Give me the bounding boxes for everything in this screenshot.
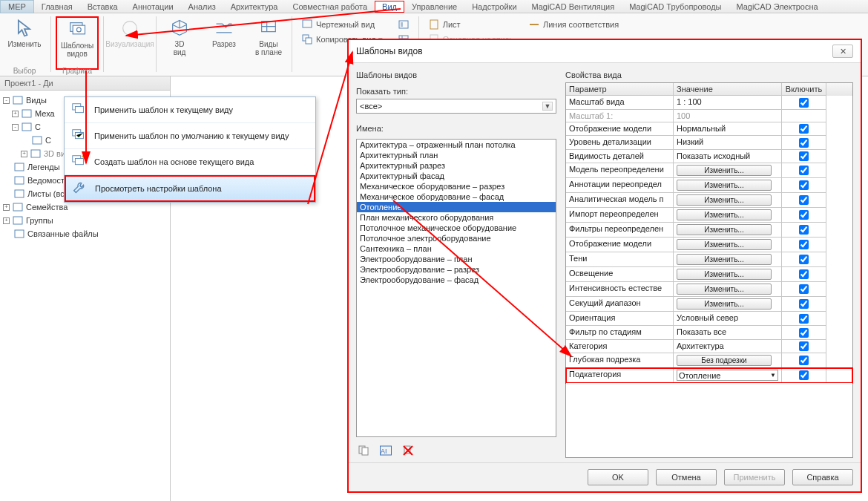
- sheet-button[interactable]: Лист: [425, 18, 516, 31]
- list-item[interactable]: Потолочное электрооборудование: [357, 233, 556, 243]
- include-cell[interactable]: [782, 282, 826, 297]
- list-item[interactable]: Отопление: [357, 202, 556, 212]
- list-item[interactable]: Архитектурный план: [357, 150, 556, 160]
- list-item[interactable]: Электрооборудование – фасад: [357, 275, 556, 285]
- cancel-button[interactable]: Отмена: [656, 469, 717, 485]
- value-cell[interactable]: Без подрезки: [674, 353, 782, 368]
- menu-mep[interactable]: МЕР: [0, 0, 34, 13]
- value-cell[interactable]: 1 : 100: [674, 96, 782, 110]
- type-filter-combo[interactable]: <все>▼: [356, 99, 556, 114]
- include-cell[interactable]: [782, 326, 826, 340]
- 3d-view-button[interactable]: 3D вид: [158, 16, 201, 67]
- include-cell[interactable]: [782, 238, 826, 252]
- include-cell[interactable]: [782, 340, 826, 354]
- include-cell[interactable]: [782, 223, 826, 238]
- col-header-param[interactable]: Параметр: [566, 83, 674, 96]
- create-template-item[interactable]: Создать шаблон на основе текущего вида: [65, 149, 315, 175]
- value-cell[interactable]: 100: [674, 110, 782, 122]
- include-cell[interactable]: [782, 122, 826, 137]
- value-cell[interactable]: Низкий: [674, 136, 782, 150]
- include-cell[interactable]: [782, 368, 826, 383]
- show-type-label: Показать тип:: [356, 87, 556, 96]
- list-item[interactable]: Архитектура – отраженный план потолка: [357, 140, 556, 150]
- ok-button[interactable]: OK: [588, 469, 648, 485]
- value-cell[interactable]: Показать исходный: [674, 150, 782, 164]
- menu-item[interactable]: MagiCAD Вентиляция: [525, 1, 622, 13]
- value-cell[interactable]: Изменить...: [674, 297, 782, 312]
- duplicate-button[interactable]: [356, 443, 371, 458]
- value-cell[interactable]: Изменить...: [674, 163, 782, 178]
- include-cell[interactable]: [782, 136, 826, 150]
- include-cell[interactable]: [782, 353, 826, 368]
- tree-node[interactable]: +Группы: [3, 214, 167, 227]
- list-item[interactable]: Электрооборудование – план: [357, 254, 556, 264]
- list-item[interactable]: Механическое оборудование – разрез: [357, 181, 556, 191]
- include-cell[interactable]: [782, 297, 826, 312]
- menu-item[interactable]: Архитектура: [223, 1, 286, 13]
- menu-item[interactable]: Главная: [34, 1, 80, 13]
- template-list[interactable]: Архитектура – отраженный план потолкаАрх…: [356, 139, 556, 437]
- include-cell[interactable]: [782, 178, 826, 193]
- value-cell[interactable]: Изменить...: [674, 267, 782, 282]
- drafting-view-button[interactable]: Чертежный вид: [298, 18, 386, 31]
- value-cell[interactable]: Изменить...: [674, 193, 782, 208]
- include-cell[interactable]: [782, 193, 826, 208]
- apply-template-icon: [70, 102, 87, 118]
- value-cell[interactable]: Архитектура: [674, 340, 782, 354]
- menu-item-view[interactable]: Вид: [375, 1, 404, 13]
- menu-item[interactable]: MagiCAD Трубопроводы: [622, 1, 729, 13]
- browser-tab[interactable]: Проект1 - Ди: [0, 76, 170, 91]
- include-cell[interactable]: [782, 96, 826, 110]
- plan-views-button[interactable]: Виды в плане: [247, 16, 290, 67]
- col-header-value[interactable]: Значение: [674, 83, 782, 96]
- list-item[interactable]: Сантехника – план: [357, 243, 556, 254]
- col-header-include[interactable]: Включить: [782, 83, 826, 96]
- edit-button[interactable]: Изменить: [3, 16, 46, 59]
- include-cell[interactable]: [782, 163, 826, 178]
- rename-button[interactable]: AI: [378, 443, 393, 458]
- value-cell[interactable]: Показать все: [674, 326, 782, 340]
- menu-item[interactable]: Аннотации: [125, 1, 181, 13]
- include-cell[interactable]: [782, 150, 826, 164]
- menu-item[interactable]: Вставка: [80, 1, 125, 13]
- value-cell[interactable]: Изменить...: [674, 252, 782, 267]
- apply-template-item[interactable]: Применить шаблон к текущему виду: [65, 97, 315, 123]
- apply-button[interactable]: Применить: [724, 469, 785, 485]
- include-cell[interactable]: [782, 267, 826, 282]
- delete-button[interactable]: [401, 443, 415, 458]
- view-templates-button[interactable]: Шаблоны видов: [56, 16, 99, 70]
- legend-button[interactable]: [395, 18, 412, 31]
- view-templates-dialog: Шаблоны видов ✕ Шаблоны видов Показать т…: [347, 39, 862, 493]
- include-cell[interactable]: [782, 312, 826, 326]
- menu-item[interactable]: Управление: [404, 1, 464, 13]
- list-item[interactable]: План механического оборудования: [357, 212, 556, 223]
- list-item[interactable]: Электрооборудование – разрез: [357, 264, 556, 275]
- value-cell[interactable]: Изменить...: [674, 178, 782, 193]
- value-cell[interactable]: Изменить...: [674, 223, 782, 238]
- value-cell[interactable]: Изменить...: [674, 238, 782, 252]
- svg-rect-10: [430, 20, 438, 29]
- matchline-button[interactable]: Линия соответствия: [525, 18, 622, 31]
- value-cell[interactable]: Нормальный: [674, 122, 782, 137]
- list-item[interactable]: Потолочное механическое оборудование: [357, 223, 556, 233]
- help-button[interactable]: Справка: [792, 469, 853, 485]
- menu-item[interactable]: MagiCAD Электроснa: [729, 1, 826, 13]
- menu-item[interactable]: Совместная работа: [285, 1, 375, 13]
- template-settings-item[interactable]: Просмотреть настройки шаблона: [65, 175, 315, 202]
- value-cell[interactable]: Условный север: [674, 312, 782, 326]
- list-item[interactable]: Механическое оборудование – фасад: [357, 191, 556, 202]
- apply-default-template-item[interactable]: Применить шаблон по умолчанию к текущему…: [65, 123, 315, 149]
- menu-item[interactable]: Анализ: [181, 1, 223, 13]
- section-button[interactable]: Разрез: [203, 16, 246, 67]
- list-item[interactable]: Архитектурный разрез: [357, 160, 556, 171]
- menu-item[interactable]: Надстройки: [464, 1, 524, 13]
- list-item[interactable]: Архитектурный фасад: [357, 171, 556, 181]
- include-cell[interactable]: [782, 208, 826, 223]
- tree-node[interactable]: Связанные файлы: [3, 227, 167, 240]
- value-cell[interactable]: Изменить...: [674, 282, 782, 297]
- value-cell[interactable]: Изменить...: [674, 208, 782, 223]
- param-cell: Масштаб 1:: [566, 110, 674, 122]
- close-button[interactable]: ✕: [832, 45, 853, 58]
- value-cell[interactable]: Отопление▼: [674, 368, 782, 383]
- include-cell[interactable]: [782, 252, 826, 267]
